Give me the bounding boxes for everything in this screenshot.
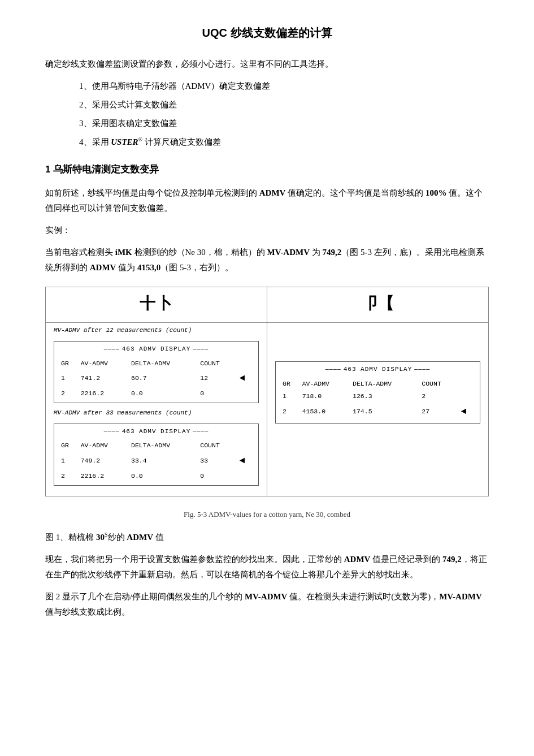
example-label: 实例： — [45, 223, 489, 238]
admv-title-right: 463 ADMV DISPLAY — [280, 364, 475, 375]
paragraph-1: 如前所述，纱线平均值是由每个锭位及控制单元检测到的 ADMV 值确定的。这个平均… — [45, 185, 489, 216]
fig-right-header: 卩【 — [267, 287, 488, 323]
admv-table-1: GR AV-ADMV DELTA-ADMV COUNT 1 741.2 60.7… — [59, 357, 254, 400]
admv-table-right: GR AV-ADMV DELTA-ADMV COUNT 1 718.0 126.… — [280, 378, 475, 421]
admv-block-1: 463 ADMV DISPLAY GR AV-ADMV DELTA-ADMV C… — [54, 341, 259, 403]
arrow-right: ◄ — [461, 404, 467, 420]
fig-right-panel: 卩【 463 ADMV DISPLAY GR AV-ADMV DELTA-ADM… — [267, 287, 488, 496]
admv-title-2: 463 ADMV DISPLAY — [59, 426, 254, 438]
list-item-2: 2、采用公式计算支数偏差 — [79, 97, 489, 113]
fig-left-header: 十卜 — [46, 287, 267, 323]
paragraph-3: 现在，我们将把另一个用于设置支数偏差参数监控的纱找出来。因此，正常纱的 ADMV… — [45, 552, 489, 582]
admv-block-2: 463 ADMV DISPLAY GR AV-ADMV DELTA-ADMV C… — [54, 424, 259, 486]
fig1-label: 图 1、精梳棉 30S纱的 ADMV 值 — [45, 530, 489, 545]
admv-title-1: 463 ADMV DISPLAY — [59, 344, 254, 355]
tool-list: 1、使用乌斯特电子清纱器（ADMV）确定支数偏差 2、采用公式计算支数偏差 3、… — [79, 79, 489, 150]
arrow-1: ◄ — [240, 370, 245, 387]
fig-left-panel: 十卜 MV-ADMV after 12 measurements (count)… — [46, 287, 267, 496]
list-item-1: 1、使用乌斯特电子清纱器（ADMV）确定支数偏差 — [79, 79, 489, 94]
left-sub2-label: MV-ADMV after 33 measurements (count) — [54, 408, 259, 419]
left-sub1-label: MV-ADMV after 12 measurements (count) — [54, 325, 259, 336]
intro-paragraph: 确定纱线支数偏差监测设置的参数，必须小心进行。这里有不同的工具选择。 — [45, 57, 489, 72]
list-item-4: 4、采用 USTER® 计算尺确定支数偏差 — [79, 135, 489, 150]
section1-heading: 1 乌斯特电清测定支数变异 — [45, 161, 489, 179]
figure-5-3: 十卜 MV-ADMV after 12 measurements (count)… — [45, 287, 489, 496]
admv-block-right: 463 ADMV DISPLAY GR AV-ADMV DELTA-ADMV C… — [275, 361, 480, 424]
list-item-3: 3、采用图表确定支数偏差 — [79, 116, 489, 131]
admv-table-2: GR AV-ADMV DELTA-ADMV COUNT 1 749.2 33.4… — [59, 439, 254, 482]
arrow-2: ◄ — [240, 453, 245, 469]
paragraph-2: 当前电容式检测头 iMK 检测到的纱（Ne 30，棉，精梳）的 MV-ADMV … — [45, 245, 489, 275]
page-title: UQC 纱线支数偏差的计算 — [45, 23, 489, 43]
paragraph-4: 图 2 显示了几个在启动/停止期间偶然发生的几个纱的 MV-ADMV 值。在检测… — [45, 589, 489, 620]
fig-caption: Fig. 5-3 ADMV-values for a cotton yarn, … — [45, 508, 489, 521]
